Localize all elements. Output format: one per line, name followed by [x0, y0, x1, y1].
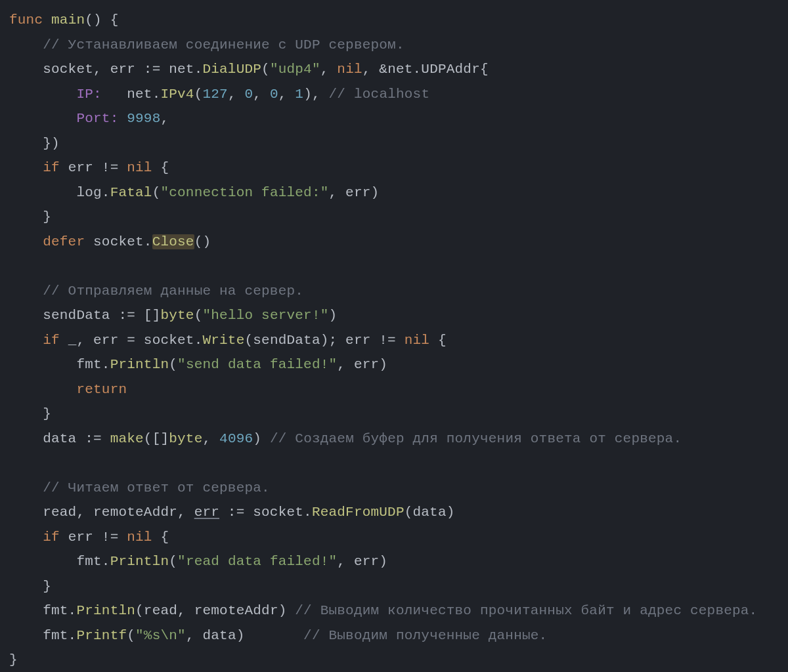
func-call-highlighted: Close [152, 234, 194, 249]
variable-underlined: err [194, 505, 219, 520]
keyword: if [43, 530, 60, 545]
comment: // localhost [320, 87, 429, 102]
code-line: return [9, 382, 127, 397]
comment: // Устанавливаем соединение с UDP сервер… [43, 37, 405, 52]
func-call: Write [202, 333, 244, 348]
code-line: fmt.Println("read data failed!", err) [9, 554, 387, 569]
code-line: // Отправляем данные на сервер. [9, 284, 303, 299]
func-call: ReadFromUDP [312, 505, 405, 520]
func-call: Println [110, 357, 169, 372]
code-line: if err != nil { [9, 530, 169, 545]
code-line: defer socket.Close() [9, 234, 211, 249]
nil-literal: nil [337, 62, 362, 77]
code-line: } [9, 406, 51, 421]
code-line: log.Fatal("connection failed:", err) [9, 185, 379, 200]
code-line: } [9, 579, 51, 594]
string-literal: "udp4" [270, 62, 320, 77]
string-literal: "send data failed!" [177, 357, 337, 372]
number-literal: 4096 [219, 431, 253, 446]
keyword-func: func [9, 12, 43, 28]
code-line: fmt.Println("send data failed!", err) [9, 357, 387, 372]
code-line-blank [9, 259, 18, 274]
code-line: fmt.Printf("%s\n", data) // Выводим полу… [9, 628, 547, 643]
code-line: // Читаем ответ от сервера. [9, 480, 270, 495]
keyword-return: return [76, 382, 127, 397]
code-line: socket, err := net.DialUDP("udp4", nil, … [9, 62, 489, 77]
keyword: if [43, 160, 60, 175]
string-literal: "hello server!" [202, 308, 328, 323]
func-call: Fatal [110, 185, 152, 200]
string-literal: "connection failed:" [160, 185, 328, 200]
code-line: if _, err = socket.Write(sendData); err … [9, 333, 447, 348]
code-line: fmt.Println(read, remoteAddr) // Выводим… [9, 603, 757, 618]
func-call: Printf [76, 628, 127, 643]
comment: // Читаем ответ от сервера. [43, 480, 270, 495]
code-editor-pane: func main() { // Устанавливаем соединени… [0, 0, 788, 672]
func-call: make [110, 431, 144, 446]
keyword: defer [43, 234, 85, 249]
type-name: byte [169, 431, 202, 446]
struct-field: Port: [76, 111, 118, 126]
nil-literal: nil [127, 160, 152, 175]
comment: // Отправляем данные на сервер. [43, 284, 303, 299]
code-line: if err != nil { [9, 160, 169, 175]
code-line: // Устанавливаем соединение с UDP сервер… [9, 37, 405, 52]
code-line: read, remoteAddr, err := socket.ReadFrom… [9, 505, 455, 520]
func-call: Println [76, 603, 135, 618]
number-literal: 9998 [127, 111, 160, 126]
code-line: }) [9, 136, 60, 151]
code-line: func main() { [9, 12, 118, 28]
code-line: sendData := []byte("hello server!") [9, 308, 337, 323]
string-literal: "read data failed!" [177, 554, 337, 569]
code-line: } [9, 209, 51, 224]
nil-literal: nil [127, 530, 152, 545]
keyword: if [43, 333, 60, 348]
comment: // Создаем буфер для получения ответа от… [261, 431, 682, 446]
func-name-main: main [51, 12, 85, 28]
code-line: IP: net.IPv4(127, 0, 0, 1), // localhost [9, 87, 429, 102]
comment: // Выводим полученные данные. [295, 628, 547, 643]
func-call: IPv4 [160, 87, 194, 102]
code-line-blank [9, 455, 18, 471]
type-name: byte [160, 308, 194, 323]
func-call: Println [110, 554, 169, 569]
code-line: } [9, 652, 18, 667]
struct-field: IP: [76, 87, 101, 102]
code-line: data := make([]byte, 4096) // Создаем бу… [9, 431, 682, 446]
code-block[interactable]: func main() { // Устанавливаем соединени… [0, 0, 788, 672]
comment: // Выводим количество прочитанных байт и… [287, 603, 758, 618]
string-literal: "%s\n" [135, 628, 186, 643]
func-call: DialUDP [202, 62, 261, 77]
code-line: Port: 9998, [9, 111, 169, 126]
nil-literal: nil [405, 333, 429, 348]
